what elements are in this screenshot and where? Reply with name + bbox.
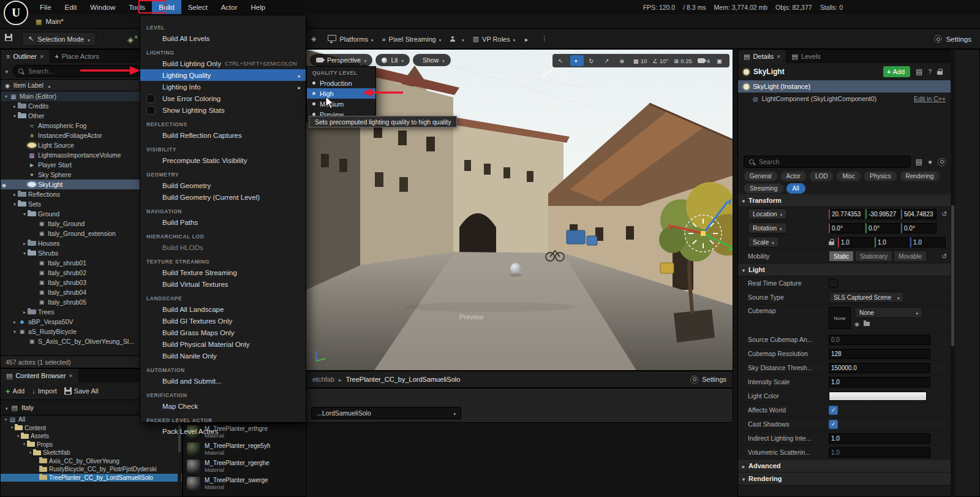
mobility-stationary-button[interactable]: Stationary	[855, 251, 892, 262]
filter-chip[interactable]: Misc	[836, 171, 861, 181]
expander-icon[interactable]	[21, 309, 28, 315]
menu-item[interactable]: Build Virtual Textures	[140, 278, 306, 290]
outliner-row[interactable]: Italy_shrub02	[1, 268, 145, 278]
close-tab-icon[interactable]	[69, 372, 72, 379]
toolbar-button[interactable]	[524, 36, 532, 43]
mobility-movable-button[interactable]: Movable	[894, 251, 927, 262]
outliner-row[interactable]: Light Source	[1, 140, 145, 150]
tab-details[interactable]: Details	[738, 50, 786, 63]
settings-button[interactable]: Settings	[934, 32, 971, 46]
menu-item[interactable]: Build Nanite Only	[140, 350, 306, 362]
quality-option[interactable]: Medium	[307, 99, 375, 109]
edit-in-cpp-link[interactable]: Edit in C++	[914, 95, 946, 102]
viewport-tool-button[interactable]: 10°	[650, 55, 670, 66]
x-value-field[interactable]: 20.774353	[829, 209, 864, 219]
lock-icon[interactable]	[937, 69, 943, 75]
z-value-field[interactable]: 0.0°	[901, 223, 937, 233]
outliner-row[interactable]: Sets	[1, 199, 145, 209]
y-value-field[interactable]: 0.0°	[865, 223, 900, 233]
menu-bar-item[interactable]: Help	[244, 0, 273, 14]
details-section-header[interactable]: Light	[738, 264, 951, 276]
toolbar-button[interactable]	[311, 35, 319, 43]
toolbar-button[interactable]: Platforms	[328, 35, 373, 43]
color-swatch[interactable]	[829, 392, 927, 401]
viewport-menu-pill[interactable]: Show	[413, 54, 451, 66]
cubemap-dropdown[interactable]: None	[854, 307, 923, 318]
filter-chip[interactable]: LOD	[809, 171, 834, 181]
folder-tree-row[interactable]: Axis_CC_by_OliverYeung	[1, 457, 182, 466]
display-options-icon[interactable]	[916, 157, 922, 166]
expander-icon[interactable]	[15, 434, 21, 439]
add-component-button[interactable]: Add	[883, 66, 910, 77]
viewport-tool-button[interactable]	[616, 55, 630, 66]
y-value-field[interactable]: -30.99527	[865, 209, 900, 219]
content-browser-button[interactable]: Import	[32, 387, 57, 396]
outliner-row[interactable]: Italy_Ground_extension	[1, 229, 145, 238]
reset-to-default-icon[interactable]	[941, 252, 951, 260]
content-browser-button[interactable]: Save All	[64, 387, 99, 396]
reset-to-default-icon[interactable]	[941, 210, 951, 218]
axis-dropdown[interactable]: Rotation	[748, 222, 787, 233]
save-button[interactable]	[5, 34, 12, 41]
browse-icon[interactable]	[916, 67, 922, 76]
tab-place-actors[interactable]: Place Actors	[49, 50, 105, 63]
outliner-row[interactable]: Ground	[1, 209, 145, 219]
quick-add-button[interactable]	[123, 33, 138, 45]
outliner-row[interactable]: Reflections	[1, 189, 145, 199]
menu-bar-item[interactable]: File	[33, 0, 58, 14]
folder-tree-row[interactable]: Props	[1, 441, 182, 449]
menu-item[interactable]: Build Geometry (Current Level)	[140, 191, 306, 203]
menu-item[interactable]: Use Error Coloring	[140, 93, 306, 104]
property-dropdown[interactable]: SLS Captured Scene	[829, 292, 904, 303]
menu-bar-item[interactable]: Select	[181, 0, 214, 14]
menu-bar-item[interactable]: Window	[83, 0, 122, 14]
tab-levels[interactable]: Levels	[786, 50, 826, 63]
tab-content-browser[interactable]: Content Browser	[1, 369, 78, 382]
menu-item[interactable]: Lighting Quality	[140, 69, 306, 81]
menu-item[interactable]: Map Check	[140, 400, 306, 412]
menu-item[interactable]: Precompute Static Visibility	[140, 154, 306, 166]
scrollbar[interactable]	[951, 49, 955, 497]
outliner-row[interactable]: S_Axis_CC_by_OliverYeung_Sl...	[1, 336, 145, 346]
filter-chip[interactable]: Actor	[780, 171, 807, 181]
menu-item[interactable]: Build and Submit...	[140, 375, 306, 387]
visibility-column-icon[interactable]	[5, 82, 10, 89]
toolbar-button[interactable]: Pixel Streaming	[382, 36, 441, 43]
help-icon[interactable]	[928, 67, 932, 76]
expander-icon[interactable]	[21, 211, 28, 217]
outliner-row[interactable]: Trees	[1, 307, 145, 317]
expander-icon[interactable]	[21, 251, 28, 256]
use-selected-asset-icon[interactable]	[854, 320, 859, 327]
selection-mode-dropdown[interactable]: Selection Mode	[22, 32, 96, 46]
outliner-row[interactable]: Credits	[1, 101, 145, 111]
expander-icon[interactable]	[28, 450, 33, 455]
outliner-row[interactable]: Italy_shrub04	[1, 287, 145, 297]
y-value-field[interactable]: 1.0	[875, 237, 909, 248]
content-browser-button[interactable]: Add	[6, 387, 24, 396]
folder-tree-row[interactable]: TreePlanter_CC_by_LordSamueliSolo	[1, 474, 182, 482]
menu-item[interactable]: Pack Level Actors	[140, 425, 306, 437]
property-checkbox[interactable]	[829, 406, 838, 415]
toolbar-button[interactable]	[541, 35, 551, 43]
number-field[interactable]: 150000.0	[829, 363, 930, 373]
cubemap-thumbnail[interactable]: None	[829, 307, 851, 329]
outliner-row[interactable]: aBP_Vespa50V	[1, 317, 145, 327]
close-tab-icon[interactable]	[777, 53, 780, 60]
details-search-input[interactable]: Search	[744, 156, 911, 168]
checkbox[interactable]	[146, 106, 155, 115]
outliner-row[interactable]: Italy_shrub05	[1, 297, 145, 307]
number-field[interactable]: 128	[829, 349, 930, 359]
tab-outliner[interactable]: Outliner	[1, 50, 49, 63]
x-value-field[interactable]: 0.0°	[829, 223, 864, 233]
filter-icon[interactable]	[4, 67, 9, 75]
filter-chip[interactable]: Streaming	[744, 183, 784, 194]
instance-row[interactable]: SkyLight (Instance)	[738, 80, 951, 93]
outliner-row[interactable]: Italy_Ground	[1, 219, 145, 229]
outliner-row[interactable]: Italy_shrub01	[1, 258, 145, 268]
viewport-menu-pill[interactable]: Lit	[375, 54, 410, 66]
expander-icon[interactable]	[12, 113, 18, 119]
visibility-eye-icon[interactable]	[2, 181, 6, 188]
viewport-tool-button[interactable]	[555, 55, 568, 66]
outliner-row[interactable]: Player Start	[1, 160, 145, 170]
breadcrumb-current[interactable]: TreePlanter_CC_by_LordSamueliSolo	[346, 376, 461, 383]
